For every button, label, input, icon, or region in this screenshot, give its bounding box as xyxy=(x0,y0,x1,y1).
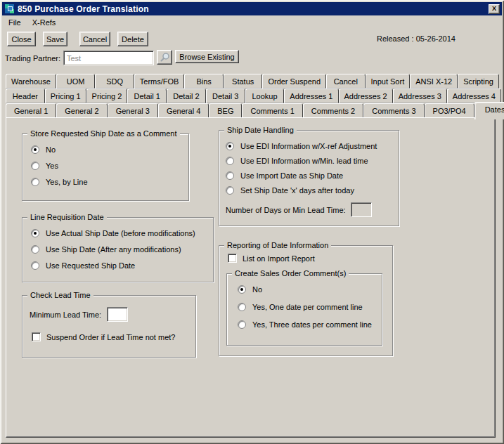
released-date-label: Released : 05-26-2014 xyxy=(377,34,455,43)
tab-pricing-1[interactable]: Pricing 1 xyxy=(45,89,86,103)
tab-header[interactable]: Header xyxy=(6,89,45,103)
group-store-requested-title: Store Requested Ship Date as a Comment xyxy=(27,129,180,138)
radio-icon[interactable] xyxy=(31,162,39,170)
group-check-lead-time-title: Check Lead Time xyxy=(27,291,93,300)
tab-bins[interactable]: Bins xyxy=(184,74,223,89)
tab-warehouse[interactable]: Warehouse xyxy=(6,74,56,89)
radio-option[interactable]: Yes, by Line xyxy=(31,178,188,186)
group-reporting-title: Reporting of Date Information xyxy=(224,241,331,250)
cancel-button[interactable]: Cancel xyxy=(79,32,110,46)
radio-icon[interactable] xyxy=(238,320,246,329)
radio-label: No xyxy=(46,145,56,154)
tab-comments-2[interactable]: Comments 2 xyxy=(303,103,363,118)
group-store-requested: Store Requested Ship Date as a Comment N… xyxy=(22,133,189,201)
radio-icon[interactable] xyxy=(31,229,39,237)
radio-option[interactable]: Yes xyxy=(31,162,188,170)
radio-option[interactable]: Use EDI Information w/Min. lead time xyxy=(226,157,399,165)
tab-row-2: Header Pricing 1 Pricing 2 Detail 1 Deta… xyxy=(6,89,501,103)
tab-addresses-4[interactable]: Addresses 4 xyxy=(447,89,501,103)
radio-label: Set Ship Date 'x' days after today xyxy=(240,186,354,195)
tab-general-4[interactable]: General 4 xyxy=(158,103,209,118)
app-icon xyxy=(4,4,15,14)
radio-label: Use EDI Information w/X-ref Adjustment xyxy=(240,142,377,150)
suspend-order-label: Suspend Order if Lead Time not met? xyxy=(46,333,175,341)
dates-tab-page: Store Requested Ship Date as a Comment N… xyxy=(6,117,496,438)
tab-lookup[interactable]: Lookup xyxy=(245,89,285,103)
tab-addresses-2[interactable]: Addresses 2 xyxy=(339,89,393,103)
tab-order-suspend[interactable]: Order Suspend xyxy=(262,74,326,89)
radio-icon[interactable] xyxy=(31,245,39,254)
radio-option[interactable]: Yes, Three dates per comment line xyxy=(238,320,382,329)
tab-ansi-x12[interactable]: ANSI X-12 xyxy=(410,74,458,89)
tab-addresses-3[interactable]: Addresses 3 xyxy=(393,89,447,103)
radio-option[interactable]: No xyxy=(238,285,382,294)
radio-icon[interactable] xyxy=(226,142,234,150)
radio-icon[interactable] xyxy=(226,171,234,180)
tab-status[interactable]: Status xyxy=(224,74,262,89)
min-lead-time-input[interactable] xyxy=(107,307,128,322)
radio-label: Use Actual Ship Date (before modificatio… xyxy=(46,229,195,237)
tab-dates[interactable]: Dates xyxy=(474,102,504,119)
tab-detail-1[interactable]: Detail 1 xyxy=(127,89,167,103)
radio-label: Yes, by Line xyxy=(46,178,88,186)
tab-addresses-1[interactable]: Addresses 1 xyxy=(284,89,338,103)
save-button[interactable]: Save xyxy=(43,32,67,46)
radio-icon[interactable] xyxy=(238,303,246,311)
radio-label: Yes, One date per comment line xyxy=(252,303,363,311)
radio-label: Yes, Three dates per comment line xyxy=(252,320,372,329)
tab-input-sort[interactable]: Input Sort xyxy=(366,74,411,89)
radio-icon[interactable] xyxy=(31,178,39,186)
tab-comments-3[interactable]: Comments 3 xyxy=(363,103,424,118)
close-x-icon[interactable]: X xyxy=(489,4,500,14)
close-button[interactable]: Close xyxy=(7,32,36,46)
radio-option[interactable]: No xyxy=(31,145,188,154)
radio-option[interactable]: Use EDI Information w/X-ref Adjustment xyxy=(226,142,399,150)
group-create-comments-title: Create Sales Order Comment(s) xyxy=(232,269,349,278)
dialog-window: 850 Purchase Order Translation X File X-… xyxy=(0,0,504,444)
tab-comments-1[interactable]: Comments 1 xyxy=(242,103,302,118)
tab-detail-3[interactable]: Detail 3 xyxy=(206,89,245,103)
radio-option[interactable]: Use Requested Ship Date xyxy=(31,261,213,270)
radio-option[interactable]: Use Actual Ship Date (before modificatio… xyxy=(31,229,213,237)
list-on-import-checkbox[interactable] xyxy=(228,254,237,263)
radio-icon[interactable] xyxy=(226,186,234,195)
radio-icon[interactable] xyxy=(238,285,246,294)
delete-button[interactable]: Delete xyxy=(117,32,148,46)
tab-general-3[interactable]: General 3 xyxy=(108,103,158,118)
trading-partner-input[interactable] xyxy=(63,51,154,65)
radio-icon[interactable] xyxy=(226,157,234,165)
title-bar: 850 Purchase Order Translation X xyxy=(2,2,502,15)
tab-detail-2[interactable]: Detail 2 xyxy=(167,89,206,103)
window-title: 850 Purchase Order Translation xyxy=(18,4,489,14)
tab-cancel[interactable]: Cancel xyxy=(326,74,365,89)
menu-xrefs[interactable]: X-Refs xyxy=(27,17,62,28)
browse-existing-button[interactable]: Browse Existing xyxy=(175,50,239,63)
menu-file[interactable]: File xyxy=(3,17,27,28)
tab-scripting[interactable]: Scripting xyxy=(458,74,499,89)
tab-row-1: Warehouse UOM SDQ Terms/FOB Bins Status … xyxy=(6,74,499,89)
radio-option[interactable]: Yes, One date per comment line xyxy=(238,303,382,311)
suspend-order-checkbox[interactable] xyxy=(32,332,41,341)
tab-general-1[interactable]: General 1 xyxy=(6,103,56,118)
radio-option[interactable]: Set Ship Date 'x' days after today xyxy=(226,186,399,195)
tab-terms-fob[interactable]: Terms/FOB xyxy=(134,74,185,89)
tab-pricing-2[interactable]: Pricing 2 xyxy=(86,89,128,103)
radio-option[interactable]: Use Ship Date (After any modifications) xyxy=(31,245,213,254)
tab-general-2[interactable]: General 2 xyxy=(56,103,107,118)
days-or-lead-input[interactable] xyxy=(351,202,372,217)
tab-beg[interactable]: BEG xyxy=(209,103,242,118)
search-button[interactable] xyxy=(157,50,172,65)
radio-label: Use Requested Ship Date xyxy=(46,261,135,270)
magnifier-icon xyxy=(160,52,170,63)
radio-label: Use Ship Date (After any modifications) xyxy=(46,245,181,254)
radio-icon[interactable] xyxy=(31,145,39,154)
tab-row-3: General 1 General 2 General 3 General 4 … xyxy=(6,103,504,118)
tab-po3-po4[interactable]: PO3/PO4 xyxy=(425,103,474,118)
radio-icon[interactable] xyxy=(31,261,39,270)
tab-sdq[interactable]: SDQ xyxy=(95,74,134,89)
radio-label: No xyxy=(252,285,262,294)
tab-uom[interactable]: UOM xyxy=(56,74,95,89)
group-check-lead-time: Check Lead Time Minimum Lead Time: Suspe… xyxy=(22,295,196,358)
trading-partner-label: Trading Partner: xyxy=(5,54,60,63)
radio-option[interactable]: Use Import Date as Ship Date xyxy=(226,171,399,180)
